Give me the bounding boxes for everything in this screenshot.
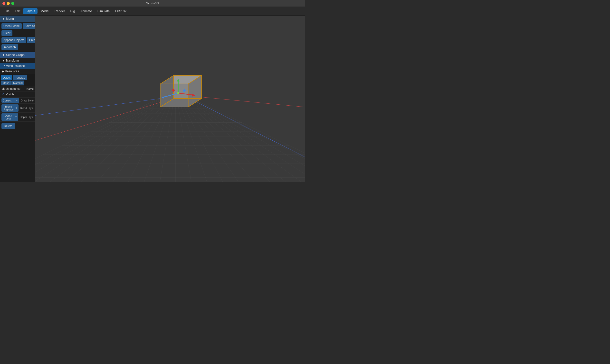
blend-style-dropdown[interactable]: Blend Replace ▼ [1,104,18,112]
minimize-button[interactable] [7,2,10,5]
open-scene-button[interactable]: Open Scene [1,23,22,29]
depth-style-row: Depth Less ▼ Depth Style [0,113,35,122]
blend-style-arrow: ▼ [15,107,17,109]
menu-animate[interactable]: Animate [78,8,95,14]
name-row: Mesh Instance Name [0,86,35,91]
main-layout: ▼ Menu Open Scene Save Scene As Clear Ap… [0,15,305,182]
tree-resources[interactable]: ▶ Resources [0,69,35,74]
visible-label: Visible [6,93,14,96]
titlebar: Scotty3D [0,0,305,7]
maximize-button[interactable] [11,2,14,5]
blend-style-label: Blend Style [20,106,34,109]
menu-rig[interactable]: Rig [68,8,77,14]
draw-style-arrow: ▼ [16,99,18,102]
open-save-row: Open Scene Save Scene As [1,23,34,29]
import-row: Import obj [1,44,34,50]
tab-mesh[interactable]: Mesh [1,80,11,85]
delete-row: Delete [0,122,35,130]
depth-style-dropdown[interactable]: Depth Less ▼ [1,113,18,121]
traffic-lights [2,2,14,5]
menu-simulate[interactable]: Simulate [95,8,112,14]
depth-style-label: Depth Style [20,116,34,118]
draw-style-label: Draw Style [21,99,34,102]
draw-style-row: Correct ▼ Draw Style [0,98,35,104]
viewport[interactable] [35,15,305,182]
create-object-button[interactable]: Create Object [27,37,35,43]
draw-style-dropdown[interactable]: Correct ▼ [1,98,19,103]
menu-edit[interactable]: Edit [13,8,23,14]
scene-graph-header[interactable]: ▼ Scene Graph [0,52,35,58]
visible-row: ✓ Visible [0,91,35,98]
menu-layout[interactable]: Layout [23,8,38,14]
tree-transform[interactable]: ▼ Transform [0,58,35,63]
import-obj-button[interactable]: Import obj [1,44,18,50]
visible-checkmark: ✓ [1,92,4,96]
menu-file[interactable]: File [2,8,12,14]
fps-display: FPS: 32 [115,9,126,13]
name-label: Mesh Instance [1,87,27,91]
menu-render[interactable]: Render [52,8,68,14]
menu-buttons: Open Scene Save Scene As Clear Append Ob… [0,22,35,52]
tab-object[interactable]: Object [1,75,12,80]
depth-style-arrow: ▼ [15,116,17,118]
tab-material[interactable]: Material [12,80,24,85]
close-button[interactable] [2,2,5,5]
tab-transform[interactable]: Transfo... [13,75,27,80]
tree-mesh-instance[interactable]: • Mesh Instance [0,63,35,69]
menu-model[interactable]: Model [38,8,51,14]
clear-row: Clear [1,30,34,36]
save-scene-button[interactable]: Save Scene As [23,23,35,29]
menubar: File Edit Layout Model Render Rig Animat… [0,7,305,15]
append-objects-button[interactable]: Append Objects [1,37,26,43]
blend-style-row: Blend Replace ▼ Blend Style [0,104,35,113]
scene-tree: ▼ Transform • Mesh Instance ▶ Resources [0,58,35,74]
delete-button[interactable]: Delete [1,123,15,129]
name-value: Name [27,87,34,90]
clear-button[interactable]: Clear [1,30,13,36]
scene-canvas[interactable] [35,15,305,182]
append-create-row: Append Objects Create Object [1,37,34,43]
sidebar: ▼ Menu Open Scene Save Scene As Clear Ap… [0,15,35,182]
menu-section-header[interactable]: ▼ Menu [0,15,35,22]
window-title: Scotty3D [146,1,159,5]
property-tabs: Object Transfo... Mesh Material [0,74,35,86]
